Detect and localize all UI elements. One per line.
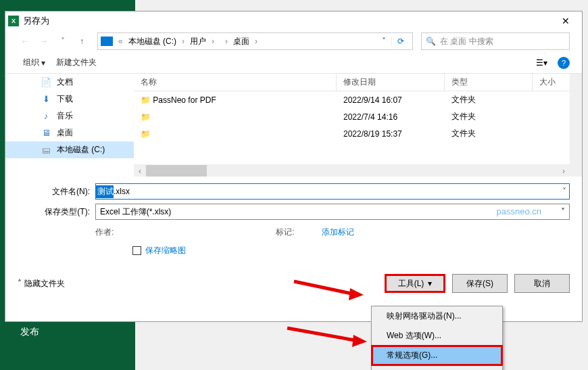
breadcrumb-drive[interactable]: 本地磁盘 (C:) — [126, 34, 179, 49]
col-type[interactable]: 类型 — [445, 74, 533, 91]
new-folder-button[interactable]: 新建文件夹 — [51, 54, 102, 71]
sidebar-label: 文档 — [57, 76, 73, 88]
sidebar-item-3[interactable]: 🖥桌面 — [5, 124, 134, 141]
breadcrumb-users[interactable]: 用户 — [187, 34, 209, 49]
file-type: 文件夹 — [445, 111, 533, 122]
breadcrumb-desktop[interactable]: 桌面 — [230, 34, 252, 49]
help-button[interactable]: ? — [558, 57, 570, 69]
search-placeholder: 在 桌面 中搜索 — [440, 36, 493, 47]
organize-button[interactable]: 组织▾ — [18, 54, 51, 71]
file-row[interactable]: 📁 2022/8/19 15:37文件夹 — [134, 125, 570, 142]
file-date: 2022/9/14 16:07 — [337, 95, 445, 105]
filename-input[interactable]: 测试.xlsx ˅ — [95, 183, 570, 200]
nav-back-button[interactable]: ← — [18, 34, 32, 49]
chevron-up-icon: ˄ — [18, 279, 22, 288]
cancel-button[interactable]: 取消 — [514, 274, 570, 293]
file-row[interactable]: 📁 PassNeo for PDF2022/9/14 16:07文件夹 — [134, 91, 570, 108]
nav-up-button[interactable]: ↑ — [74, 34, 89, 49]
scroll-right-button[interactable]: › — [558, 165, 570, 177]
chevron-down-icon: ˅ — [561, 207, 565, 216]
chevron-right-icon: › — [253, 37, 259, 46]
save-as-dialog: X 另存为 ✕ ← → ˅ ↑ « 本地磁盘 (C:) › 用户 › › 桌面 … — [5, 11, 583, 322]
menu-item-0[interactable]: 映射网络驱动器(N)... — [372, 306, 502, 326]
sidebar-label: 音乐 — [57, 110, 73, 122]
sidebar: 📄文档⬇下载♪音乐🖥桌面🖴本地磁盘 (C:) — [5, 74, 134, 177]
svg-marker-3 — [352, 335, 367, 347]
filename-label: 文件名(N): — [18, 186, 95, 198]
scrollbar-vertical[interactable] — [570, 74, 582, 177]
sidebar-icon: ♪ — [41, 111, 51, 122]
sidebar-item-4[interactable]: 🖴本地磁盘 (C:) — [5, 141, 134, 158]
view-mode-button[interactable]: ☰▾ — [531, 55, 552, 70]
nav-history-dropdown[interactable]: ˅ — [55, 34, 70, 49]
sidebar-label: 本地磁盘 (C:) — [57, 144, 105, 156]
dialog-title: 另存为 — [23, 15, 552, 27]
author-label: 作者: — [95, 227, 114, 238]
file-date: 2022/8/19 15:37 — [337, 129, 445, 139]
drive-icon — [101, 37, 113, 46]
col-date[interactable]: 修改日期 — [337, 74, 445, 91]
tag-label: 标记: — [276, 227, 294, 238]
filename-dropdown[interactable]: ˅ — [560, 187, 569, 196]
file-date: 2022/7/4 14:16 — [337, 112, 445, 122]
sidebar-item-0[interactable]: 📄文档 — [5, 74, 134, 91]
address-dropdown[interactable]: ˅ — [378, 37, 390, 46]
sidebar-item-2[interactable]: ♪音乐 — [5, 108, 134, 124]
chevron-right-icon: › — [224, 37, 229, 46]
scrollbar-horizontal[interactable] — [146, 165, 558, 177]
publish-item[interactable]: 发布 — [0, 318, 135, 346]
svg-line-2 — [287, 328, 355, 340]
search-icon: 🔍 — [426, 37, 436, 46]
sidebar-label: 桌面 — [57, 127, 73, 139]
address-bar[interactable]: « 本地磁盘 (C:) › 用户 › › 桌面 › ˅ ⟳ — [97, 32, 413, 50]
folder-icon: 📁 — [141, 95, 151, 105]
filetype-label: 保存类型(T): — [18, 206, 95, 218]
breadcrumb-user[interactable] — [217, 40, 222, 43]
hide-folders-toggle[interactable]: ˄ 隐藏文件夹 — [18, 278, 65, 290]
chevron-right-icon: « — [117, 37, 124, 46]
filetype-select[interactable]: Excel 工作簿(*.xlsx) ˅ — [95, 204, 570, 220]
save-thumbnail-label[interactable]: 保存缩略图 — [145, 245, 186, 256]
chevron-right-icon: › — [180, 37, 186, 46]
refresh-button[interactable]: ⟳ — [391, 37, 410, 46]
sidebar-label: 下载 — [57, 93, 73, 105]
sidebar-item-1[interactable]: ⬇下载 — [5, 91, 134, 108]
file-name: PassNeo for PDF — [153, 95, 216, 105]
chevron-down-icon: ▾ — [41, 58, 45, 68]
chevron-right-icon: › — [210, 37, 216, 46]
file-type: 文件夹 — [445, 94, 533, 106]
file-row[interactable]: 📁 2022/7/4 14:16文件夹 — [134, 108, 570, 125]
add-tag-link[interactable]: 添加标记 — [322, 227, 354, 238]
menu-item-1[interactable]: Web 选项(W)... — [372, 326, 502, 346]
col-name[interactable]: 名称 — [134, 74, 337, 91]
menu-item-3[interactable]: 压缩图片(C)... — [372, 365, 502, 370]
sidebar-icon: 📄 — [41, 77, 51, 88]
excel-icon: X — [8, 16, 19, 26]
nav-forward-button[interactable]: → — [36, 34, 51, 49]
col-size[interactable]: 大小 — [533, 74, 570, 91]
search-input[interactable]: 🔍 在 桌面 中搜索 — [421, 32, 570, 50]
sidebar-icon: 🖥 — [41, 128, 51, 139]
tools-button[interactable]: 工具(L)▾ — [385, 274, 445, 293]
folder-icon: 📁 — [141, 112, 151, 122]
save-thumbnail-checkbox[interactable] — [132, 246, 141, 255]
save-button[interactable]: 保存(S) — [452, 274, 508, 293]
sidebar-icon: ⬇ — [41, 94, 51, 105]
close-button[interactable]: ✕ — [552, 11, 579, 30]
folder-icon: 📁 — [141, 129, 151, 139]
file-type: 文件夹 — [445, 128, 533, 139]
sidebar-icon: 🖴 — [41, 145, 51, 156]
scroll-left-button[interactable]: ‹ — [134, 165, 146, 177]
chevron-down-icon: ▾ — [428, 279, 432, 288]
tools-menu: 映射网络驱动器(N)...Web 选项(W)...常规选项(G)...压缩图片(… — [371, 306, 503, 370]
menu-item-2[interactable]: 常规选项(G)... — [372, 346, 502, 365]
